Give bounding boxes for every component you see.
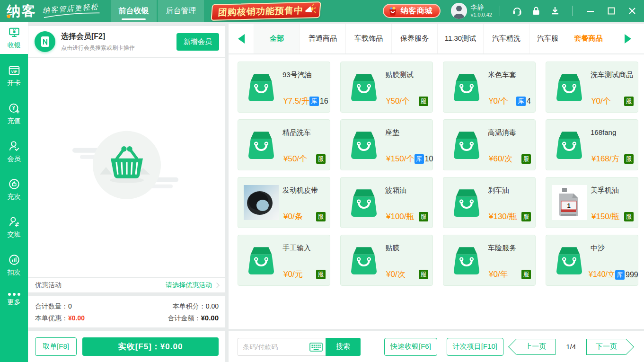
product-card[interactable]: 波箱油 ¥100/瓶服 [340, 177, 433, 228]
product-price: ¥50/个 [386, 96, 410, 106]
sidebar-item-deduct-times[interactable]: 扣次 [0, 249, 28, 281]
keyboard-icon[interactable] [309, 343, 323, 352]
count-project-button[interactable]: 计次项目[F10] [447, 338, 503, 356]
product-price: ¥7.5/升 [283, 96, 309, 106]
sidebar-item-shift[interactable]: 交班 [0, 211, 28, 243]
sidebar-item-more[interactable]: 更多 [0, 287, 28, 312]
product-bag-icon [244, 127, 279, 162]
tab-backend-manage[interactable]: 后台管理 [158, 0, 204, 22]
lock-icon[interactable] [530, 5, 542, 17]
hold-order-button[interactable]: 取单[F8] [35, 337, 77, 356]
product-panel: 全部 普通商品 车载饰品 保养服务 11.30测试 汽车精洗 汽车服 套餐商品 … [229, 22, 644, 362]
select-member-area[interactable]: 选择会员[F2] 点击进行会员搜索或刷卡操作 新增会员 [28, 26, 225, 57]
product-card[interactable]: 发动机皮带 ¥0/条服 [238, 177, 330, 228]
minimize-icon[interactable] [584, 5, 597, 17]
category-scroll-right-button[interactable] [612, 24, 644, 53]
service-badge: 服 [624, 212, 634, 221]
user-avatar[interactable] [451, 3, 467, 19]
topbar-divider [572, 6, 573, 16]
category-tab-car-service[interactable]: 汽车服 [529, 24, 566, 53]
category-tab-all[interactable]: 全部 [254, 24, 300, 53]
product-price: ¥100/瓶 [386, 211, 415, 222]
prev-page-button[interactable]: 上一页 [516, 339, 556, 355]
product-card[interactable]: 高温消毒 ¥60/次服 [443, 119, 536, 170]
order-points-value: 0.00 [206, 302, 219, 310]
category-tab-test[interactable]: 11.30测试 [437, 24, 483, 53]
pay-button[interactable]: 实收[F5]：¥0.00 [82, 337, 219, 356]
repeat-circle-icon [8, 178, 20, 190]
product-card[interactable]: 168fang ¥168/方服 [546, 119, 638, 170]
product-card[interactable]: 93号汽油 ¥7.5/升库16 [238, 62, 330, 113]
product-card[interactable]: 中沙 ¥140/立库999 [546, 235, 638, 286]
category-tab-car-wash[interactable]: 汽车精洗 [483, 24, 529, 53]
product-bag-icon [449, 70, 484, 105]
product-card[interactable]: 车险服务 ¥0/年服 [443, 235, 536, 286]
service-badge: 服 [419, 270, 428, 279]
product-price: ¥0/次 [386, 269, 406, 280]
customer-service-icon[interactable] [511, 5, 523, 17]
sidebar-item-label: 充值 [8, 117, 21, 125]
product-bag-icon [552, 127, 587, 162]
stock-count: 16 [320, 97, 328, 106]
product-price: ¥0/元 [283, 269, 303, 280]
product-card[interactable]: 刹车油 ¥130/瓶服 [443, 177, 536, 228]
download-icon[interactable] [549, 5, 561, 17]
product-bag-icon [346, 243, 381, 278]
sidebar-item-open-card[interactable]: VIP 开卡 [0, 60, 28, 92]
sidebar-item-label: 会员 [8, 155, 21, 163]
app-version: v1.0.0.42 [471, 12, 492, 18]
product-grid: 93号汽油 ¥7.5/升库16 贴膜测试 ¥50/个服 米色车套 ¥0/个库4 … [229, 54, 644, 329]
sidebar-item-recharge-times[interactable]: 充次 [0, 173, 28, 205]
product-card[interactable]: 美孚机油 ¥150/瓶服 [546, 177, 638, 228]
product-card[interactable]: 米色车套 ¥0/个库4 [443, 62, 536, 113]
product-price: ¥150/个 [386, 153, 415, 164]
product-name: 刹车油 [488, 186, 533, 195]
maximize-icon[interactable] [605, 5, 618, 17]
product-bag-icon [552, 70, 587, 105]
order-action-row: 取单[F8] 实收[F5]：¥0.00 [28, 331, 225, 362]
product-bag-icon [346, 127, 381, 162]
product-card[interactable]: 座垫 ¥150/个库10 [340, 119, 433, 170]
add-member-button[interactable]: 新增会员 [176, 33, 219, 51]
stock-count: 999 [626, 271, 638, 279]
sidebar-item-recharge[interactable]: ¥ 充值 [0, 97, 28, 130]
close-icon[interactable] [626, 5, 638, 17]
search-button[interactable]: 搜索 [326, 338, 361, 356]
member-person-icon [8, 140, 20, 152]
category-tab-normal-goods[interactable]: 普通商品 [300, 24, 345, 53]
product-bag-icon [449, 243, 484, 278]
svg-text:VIP: VIP [11, 69, 18, 73]
product-name: 168fang [591, 128, 636, 136]
next-page-button[interactable]: 下一页 [586, 339, 626, 355]
mall-button[interactable]: 纳客商城 [383, 4, 441, 18]
select-promo-link[interactable]: 请选择优惠活动 [166, 281, 219, 290]
chevron-right-icon [214, 283, 219, 288]
bottom-action-bar: 搜索 快速收银[F6] 计次项目[F10] 上一页 1/4 下一页 [229, 331, 644, 362]
sidebar-item-cashier[interactable]: ¥ 收银 [0, 22, 28, 54]
total-amount-label: 合计金额： [168, 314, 201, 322]
cart-empty-area [28, 58, 225, 277]
promo-banner[interactable]: 团购核销功能预售中 [211, 1, 321, 20]
tab-front-cashier[interactable]: 前台收银 [111, 0, 157, 22]
product-card[interactable]: 贴膜 ¥0/次服 [340, 235, 433, 286]
sidebar-item-member[interactable]: 会员 [0, 135, 28, 168]
product-card[interactable]: 精品洗车 ¥50/个服 [238, 119, 330, 170]
product-price: ¥130/瓶 [489, 211, 517, 222]
product-card[interactable]: 洗车测试商品 ¥0/个服 [546, 62, 638, 113]
product-name: 发动机皮带 [282, 186, 328, 195]
product-price: ¥0/条 [283, 211, 303, 222]
product-card[interactable]: 贴膜测试 ¥50/个服 [340, 62, 433, 113]
category-tab-maintenance[interactable]: 保养服务 [391, 24, 437, 53]
service-badge: 服 [521, 154, 531, 164]
category-tab-car-accessories[interactable]: 车载饰品 [345, 24, 391, 53]
select-member-hint: 点击进行会员搜索或刷卡操作 [61, 44, 135, 52]
product-name: 高温消毒 [488, 128, 533, 137]
category-tab-package[interactable]: 套餐商品 [566, 24, 611, 53]
service-badge: 服 [316, 270, 326, 279]
cashier-monitor-icon: ¥ [8, 26, 20, 39]
select-member-title: 选择会员[F2] [61, 32, 135, 42]
category-scroll-left-button[interactable] [229, 24, 254, 53]
product-card[interactable]: 手工输入 ¥0/元服 [238, 235, 330, 286]
quick-cashier-button[interactable]: 快速收银[F6] [384, 338, 437, 356]
more-dots-icon [8, 293, 20, 296]
